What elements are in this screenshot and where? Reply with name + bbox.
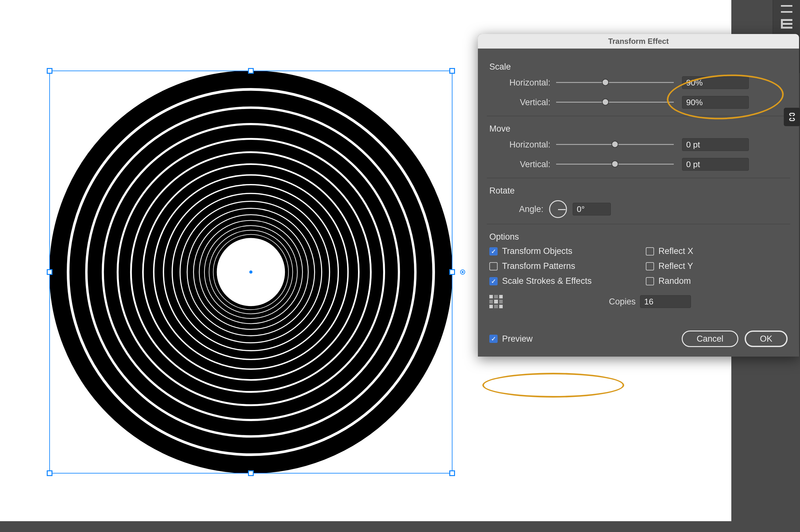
rotate-angle-row: Angle: 0°: [489, 200, 787, 218]
move-section-label: Move: [489, 124, 787, 134]
move-horizontal-row: Horizontal: 0 pt: [489, 138, 787, 151]
scale-horizontal-input[interactable]: 90%: [682, 76, 749, 89]
scale-strokes-checkbox[interactable]: ✓ Scale Strokes & Effects: [489, 276, 592, 286]
rotate-angle-label: Angle:: [489, 204, 543, 214]
scale-section-label: Scale: [489, 62, 787, 72]
move-vertical-label: Vertical:: [489, 159, 551, 169]
ok-button[interactable]: OK: [745, 330, 787, 347]
move-horizontal-slider[interactable]: [556, 140, 674, 149]
selection-center-point: [249, 270, 253, 273]
transform-objects-checkbox[interactable]: ✓ Transform Objects: [489, 246, 592, 256]
move-horizontal-input[interactable]: 0 pt: [682, 138, 749, 151]
preview-checkbox[interactable]: ✓ Preview: [489, 334, 533, 344]
dialog-title: Transform Effect: [608, 37, 669, 46]
move-vertical-input[interactable]: 0 pt: [682, 158, 749, 171]
move-vertical-row: Vertical: 0 pt: [489, 158, 787, 171]
cancel-button[interactable]: Cancel: [682, 330, 738, 347]
transform-patterns-label: Transform Patterns: [502, 261, 575, 271]
scale-vertical-label: Vertical:: [489, 98, 551, 108]
options-section-label: Options: [489, 232, 787, 242]
link-constrain-icon[interactable]: [784, 108, 800, 126]
scale-horizontal-row: Horizontal: 90%: [489, 76, 787, 89]
handle-middle-left[interactable]: [47, 269, 53, 275]
rotate-handle[interactable]: [460, 269, 465, 274]
random-label: Random: [658, 276, 691, 286]
handle-bottom-right[interactable]: [449, 470, 455, 476]
align-icon[interactable]: [781, 5, 793, 13]
scale-vertical-slider[interactable]: [556, 98, 674, 107]
reflect-x-label: Reflect X: [658, 246, 693, 256]
copies-label: Copies: [609, 297, 636, 307]
handle-middle-right[interactable]: [449, 269, 455, 275]
random-checkbox[interactable]: Random: [646, 276, 693, 286]
rotate-section-label: Rotate: [489, 186, 787, 196]
transform-patterns-checkbox[interactable]: Transform Patterns: [489, 261, 592, 271]
handle-top-middle[interactable]: [248, 68, 254, 74]
copies-row: Copies 16: [489, 295, 787, 308]
scale-horizontal-label: Horizontal:: [489, 78, 551, 88]
scale-strokes-label: Scale Strokes & Effects: [502, 276, 592, 286]
reflect-y-label: Reflect Y: [658, 261, 693, 271]
handle-bottom-left[interactable]: [47, 470, 53, 476]
handle-top-left[interactable]: [47, 68, 53, 74]
scale-vertical-input[interactable]: 90%: [682, 96, 749, 109]
selection-bounding-box[interactable]: [49, 71, 452, 474]
reflect-y-checkbox[interactable]: Reflect Y: [646, 261, 693, 271]
move-horizontal-label: Horizontal:: [489, 140, 551, 150]
handle-top-right[interactable]: [449, 68, 455, 74]
move-vertical-slider[interactable]: [556, 160, 674, 169]
preview-label: Preview: [502, 334, 533, 344]
paragraph-icon[interactable]: [781, 19, 793, 28]
reflect-x-checkbox[interactable]: Reflect X: [646, 246, 693, 256]
transform-objects-label: Transform Objects: [502, 246, 572, 256]
transform-effect-dialog: Transform Effect Scale Horizontal: 90% V…: [478, 34, 799, 357]
scale-horizontal-slider[interactable]: [556, 78, 674, 87]
scale-vertical-row: Vertical: 90%: [489, 96, 787, 109]
dialog-titlebar[interactable]: Transform Effect: [478, 34, 799, 49]
anchor-point-grid[interactable]: [489, 295, 503, 308]
copies-input[interactable]: 16: [640, 295, 691, 308]
handle-bottom-middle[interactable]: [248, 470, 254, 476]
rotate-angle-input[interactable]: 0°: [573, 203, 611, 215]
angle-dial-icon[interactable]: [549, 200, 567, 218]
